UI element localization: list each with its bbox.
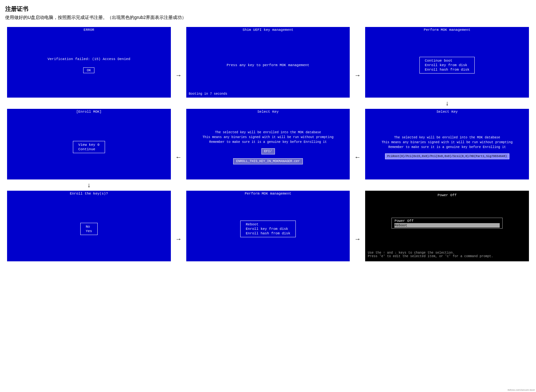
screen-select-key-1-title: Select Key: [186, 109, 350, 115]
screen-perform-mok-2: Perform MOK management Reboot Enroll key…: [186, 191, 350, 261]
select-key-2-text: The selected key will be enrolled into t…: [382, 135, 513, 150]
row-3: Enroll the key(s)? No Yes → Perform MOK …: [5, 189, 531, 263]
grub-power-off[interactable]: Power Off: [394, 219, 500, 223]
arrow-8-to-9: →: [352, 189, 363, 263]
screen-enroll-mok: [Enroll MOK] View key 0 Continue: [7, 109, 171, 179]
arrow-4-down: ↓: [5, 181, 173, 189]
file-efi[interactable]: EFI/: [261, 148, 275, 154]
between-rows-1-2: ↓: [5, 100, 531, 107]
screen-select-key-2-title: Select Key: [365, 109, 529, 115]
enroll-mok-menu[interactable]: View key 0 Continue: [73, 141, 105, 153]
row-1: ERROR Verification failed: (15) Access D…: [5, 25, 531, 100]
screen-enroll-mok-body: View key 0 Continue: [7, 115, 171, 179]
screen-enroll-mok-title: [Enroll MOK]: [7, 109, 171, 115]
main-diagram: ERROR Verification failed: (15) Access D…: [5, 25, 531, 263]
row-2: [Enroll MOK] View key 0 Continue ← Selec…: [5, 107, 531, 181]
watermark: itsfoss.com/secure-boot: [508, 388, 535, 391]
screen-error-title: ERROR: [7, 27, 171, 33]
arrow-2-to-3: →: [352, 25, 363, 100]
ok-button[interactable]: OK: [83, 67, 94, 73]
file-enroll-key[interactable]: ENROLL_THIS_KEY_IN_MOKMANAGER.cer: [233, 158, 303, 164]
shim-text: Press any key to perform MOK management: [227, 63, 309, 67]
menu-item-continue[interactable]: Continue: [78, 147, 100, 152]
screen-perform-mok-1: Perform MOK management Continue boot Enr…: [365, 27, 529, 98]
menu-item-no[interactable]: No: [86, 224, 92, 229]
screen-shim: Shim UEFI key management Press any key t…: [186, 27, 350, 98]
screen-col-8: Perform MOK management Reboot Enroll key…: [184, 189, 352, 263]
screen-shim-body: Press any key to perform MOK management: [186, 33, 350, 98]
grub-title: Power Off: [437, 193, 456, 197]
enroll-keys-menu[interactable]: No Yes: [80, 223, 98, 235]
screen-error: ERROR Verification failed: (15) Access D…: [7, 27, 171, 98]
arrow-5-to-4: ←: [173, 107, 184, 181]
perform-mok-2-menu[interactable]: Reboot Enroll key from disk Enroll hash …: [240, 221, 296, 237]
menu-item-enroll-hash-2[interactable]: Enroll hash from disk: [246, 231, 290, 236]
select-key-1-text: The selected key will be enrolled into t…: [202, 130, 333, 144]
menu-item-view-key[interactable]: View key 0: [78, 143, 100, 147]
screen-select-key-2: Select Key The selected key will be enro…: [365, 109, 529, 179]
page-subtitle: 使用做好的U盘启动电脑，按照图示完成证书注册。（出现黑色的grub2界面表示注册…: [5, 15, 531, 21]
screen-col-3: Perform MOK management Continue boot Enr…: [363, 25, 531, 100]
screen-enroll-keys-body: No Yes: [7, 196, 171, 261]
arrow-7-to-8: →: [173, 189, 184, 263]
grub-reboot[interactable]: Reboot: [394, 223, 500, 228]
menu-item-yes[interactable]: Yes: [86, 229, 92, 233]
arrow-6-to-5: ←: [352, 107, 363, 181]
screen-perform-mok-2-body: Reboot Enroll key from disk Enroll hash …: [186, 196, 350, 261]
screen-col-9: Power Off Power Off Reboot Use the ↑ and…: [363, 189, 531, 263]
screen-select-key-1-body: The selected key will be enrolled into t…: [186, 115, 350, 179]
shim-bottom: Booting in 7 seconds: [189, 92, 227, 96]
screen-grub: Power Off Power Off Reboot Use the ↑ and…: [365, 191, 529, 261]
perform-mok-1-menu[interactable]: Continue boot Enroll key from disk Enrol…: [419, 57, 475, 74]
screen-col-2: Shim UEFI key management Press any key t…: [184, 25, 352, 100]
arrow-3-down: ↓: [363, 100, 531, 107]
screen-enroll-keys: Enroll the key(s)? No Yes: [7, 191, 171, 261]
screen-col-7: Enroll the key(s)? No Yes: [5, 189, 173, 263]
menu-item-enroll-hash[interactable]: Enroll hash from disk: [425, 67, 470, 72]
path-box[interactable]: PciRoot(0)/Pci(0x15,0x0)/Pci(0x0,0x0)/Sc…: [385, 153, 509, 159]
screen-enroll-keys-title: Enroll the key(s)?: [7, 191, 171, 196]
menu-item-reboot[interactable]: Reboot: [246, 222, 290, 227]
screen-col-1: ERROR Verification failed: (15) Access D…: [5, 25, 173, 100]
screen-perform-mok-1-title: Perform MOK management: [365, 27, 529, 33]
screen-perform-mok-1-body: Continue boot Enroll key from disk Enrol…: [365, 33, 529, 98]
screen-error-body: Verification failed: (15) Access Denied …: [7, 33, 171, 98]
screen-col-5: Select Key The selected key will be enro…: [184, 107, 352, 181]
screen-select-key-1: Select Key The selected key will be enro…: [186, 109, 350, 179]
menu-item-enroll-key-2[interactable]: Enroll key from disk: [246, 227, 290, 231]
arrow-1-to-2: →: [173, 25, 184, 100]
between-rows-2-3: ↓: [5, 181, 531, 189]
grub-menu[interactable]: Power Off Reboot: [391, 218, 503, 229]
screen-col-6: Select Key The selected key will be enro…: [363, 107, 531, 181]
screen-shim-title: Shim UEFI key management: [186, 27, 350, 33]
menu-item-enroll-key[interactable]: Enroll key from disk: [425, 63, 470, 67]
grub-bottom: Use the ↑ and ↓ keys to change the selec…: [368, 251, 493, 258]
screen-perform-mok-2-title: Perform MOK management: [186, 191, 350, 196]
screen-col-4: [Enroll MOK] View key 0 Continue: [5, 107, 173, 181]
error-text: Verification failed: (15) Access Denied: [48, 57, 130, 61]
page-title: 注册证书: [5, 5, 531, 13]
menu-item-continue-boot[interactable]: Continue boot: [425, 58, 470, 63]
screen-select-key-2-body: The selected key will be enrolled into t…: [365, 115, 529, 179]
